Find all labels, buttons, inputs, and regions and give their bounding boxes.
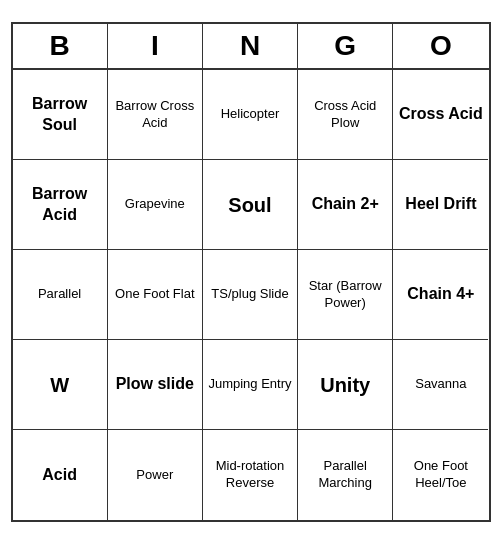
bingo-cell: Parallel Marching — [298, 430, 393, 520]
bingo-cell: Unity — [298, 340, 393, 430]
bingo-cell: Helicopter — [203, 70, 298, 160]
bingo-cell: Soul — [203, 160, 298, 250]
bingo-cell: One Foot Heel/Toe — [393, 430, 488, 520]
bingo-cell: Star (Barrow Power) — [298, 250, 393, 340]
bingo-header: BINGO — [13, 24, 489, 70]
bingo-cell: Grapevine — [108, 160, 203, 250]
bingo-cell: Barrow Soul — [13, 70, 108, 160]
header-letter: I — [108, 24, 203, 68]
bingo-cell: Chain 2+ — [298, 160, 393, 250]
header-letter: O — [393, 24, 488, 68]
bingo-cell: Savanna — [393, 340, 488, 430]
bingo-cell: Power — [108, 430, 203, 520]
header-letter: N — [203, 24, 298, 68]
bingo-cell: Cross Acid Plow — [298, 70, 393, 160]
bingo-grid: Barrow SoulBarrow Cross AcidHelicopterCr… — [13, 70, 489, 520]
bingo-cell: Acid — [13, 430, 108, 520]
header-letter: B — [13, 24, 108, 68]
bingo-cell: One Foot Flat — [108, 250, 203, 340]
bingo-card: BINGO Barrow SoulBarrow Cross AcidHelico… — [11, 22, 491, 522]
bingo-cell: Jumping Entry — [203, 340, 298, 430]
bingo-cell: Cross Acid — [393, 70, 488, 160]
bingo-cell: Parallel — [13, 250, 108, 340]
header-letter: G — [298, 24, 393, 68]
bingo-cell: W — [13, 340, 108, 430]
bingo-cell: Heel Drift — [393, 160, 488, 250]
bingo-cell: Mid-rotation Reverse — [203, 430, 298, 520]
bingo-cell: Barrow Cross Acid — [108, 70, 203, 160]
bingo-cell: Chain 4+ — [393, 250, 488, 340]
bingo-cell: Barrow Acid — [13, 160, 108, 250]
bingo-cell: TS/plug Slide — [203, 250, 298, 340]
bingo-cell: Plow slide — [108, 340, 203, 430]
